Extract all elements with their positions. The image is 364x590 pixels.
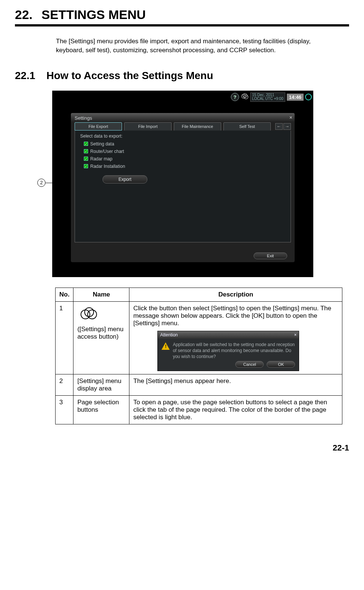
check-label: Route/User chart [90,149,124,154]
check-label: Radar map [90,156,112,161]
tab-self-test[interactable]: Self Test [223,122,271,131]
row1-name-text: ([Settings] menu access button) [77,326,125,340]
row1-desc: Click the button then select [Settings] … [129,301,342,374]
section-heading: 22.1 How to Access the Settings Menu [15,70,349,82]
callout-2: 2 [37,179,46,187]
chapter-title: SETTINGS MENU [41,7,146,22]
table-row: 2 [Settings] menu display area The [Sett… [56,374,342,396]
page-selection-buttons: ← → [275,122,291,131]
check-label: Radar Installation [90,164,125,169]
page-prev-button[interactable]: ← [275,123,283,130]
checkbox-icon[interactable]: ✓ [84,142,88,146]
row1-no: 1 [56,301,73,374]
tab-file-export[interactable]: File Export [75,122,122,131]
row2-desc: The [Settings] menus appear here. [129,374,342,396]
settings-access-icon [79,305,97,323]
row3-no: 3 [56,396,73,424]
attention-dialog: Attention × Application will be switched… [157,331,299,371]
export-prompt: Select data to export: [80,134,285,139]
svg-point-2 [244,95,248,99]
row3-name: Page selection buttons [73,396,129,424]
date-time-box: 15 Dec, 2011 LOCAL UTC +9:00 [250,92,285,102]
row3-desc: To open a page, use the page selection b… [129,396,342,424]
figure: 1 2 3 ? 15 Dec, 2011 LOCAL UTC +9:00 14:… [37,91,349,277]
close-icon[interactable]: × [289,114,292,120]
section-number: 22.1 [15,70,35,82]
attention-title: Attention [160,332,178,338]
export-button[interactable]: Export [103,175,147,183]
row1-name: ([Settings] menu access button) [73,301,129,374]
table-row: 1 ([Settings] menu access button) Click … [56,301,342,374]
settings-access-icon[interactable] [241,92,249,102]
row1-desc-text: Click the button then select [Settings] … [133,305,331,327]
col-header-name: Name [73,288,129,301]
checkbox-icon[interactable]: ✓ [84,157,88,161]
exit-button[interactable]: Exit [254,252,287,259]
table-row: 3 Page selection buttons To open a page,… [56,396,342,424]
menubar-tz: LOCAL UTC +9:00 [252,97,283,101]
check-setting-data[interactable]: ✓ Setting data [80,140,285,148]
row2-name: [Settings] menu display area [73,374,129,396]
page-next-button[interactable]: → [283,123,291,130]
attention-message: Application will be switched to the sett… [173,342,295,360]
col-header-desc: Description [129,288,342,301]
chapter-rule [15,24,349,26]
ok-button[interactable]: OK [267,361,295,368]
check-radar-map[interactable]: ✓ Radar map [80,155,285,163]
col-header-no: No. [56,288,73,301]
checkbox-icon[interactable]: ✓ [84,149,88,153]
page-number: 22-1 [15,443,349,453]
intro-paragraph: The [Settings] menu provides file import… [56,37,339,55]
section-title: How to Access the Settings Menu [47,70,213,82]
settings-tabs: File Export File Import File Maintenance… [71,122,295,131]
warning-icon [161,342,170,350]
cancel-button[interactable]: Cancel [235,361,264,368]
checkbox-icon[interactable]: ✓ [84,164,88,168]
settings-window: Settings × File Export File Import File … [71,113,295,262]
svg-point-5 [88,310,97,319]
settings-window-title: Settings [71,113,295,122]
top-menubar: ? 15 Dec, 2011 LOCAL UTC +9:00 14:46 [231,92,312,102]
check-route-userchart[interactable]: ✓ Route/User chart [80,148,285,155]
export-checklist: ✓ Setting data ✓ Route/User chart ✓ Rada… [80,140,285,170]
help-icon[interactable]: ? [231,93,239,101]
tab-file-maintenance[interactable]: File Maintenance [174,122,221,131]
parts-table: No. Name Description 1 ([Settings] menu … [55,288,342,425]
svg-point-1 [243,93,247,97]
check-radar-installation[interactable]: ✓ Radar Installation [80,163,285,170]
check-label: Setting data [90,141,114,147]
settings-body: Select data to export: ✓ Setting data ✓ … [75,131,291,242]
chapter-number: 22. [15,7,32,22]
status-ring-icon [305,94,312,100]
chapter-heading: 22. SETTINGS MENU [15,7,349,22]
tab-file-import[interactable]: File Import [124,122,172,131]
attention-titlebar: Attention × [158,331,299,339]
close-icon[interactable]: × [294,332,296,338]
menubar-time: 14:46 [287,94,304,101]
screenshot-panel: ? 15 Dec, 2011 LOCAL UTC +9:00 14:46 Set… [52,91,313,277]
row2-no: 2 [56,374,73,396]
